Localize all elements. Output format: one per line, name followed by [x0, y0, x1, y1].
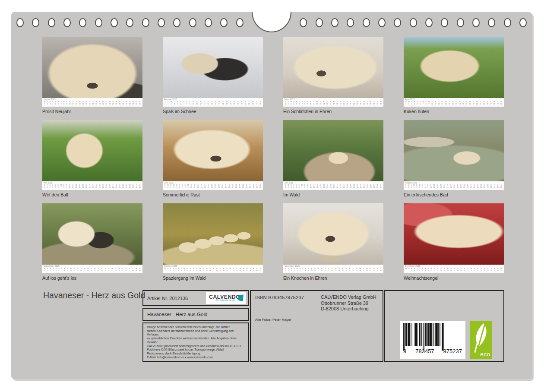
mini-calendar-day: M10 — [430, 268, 432, 272]
mini-calendar-days: S1M2D3M4D5F6S7S8M9D10M11D12F13S14S15M16D… — [164, 184, 262, 188]
mini-calendar-day: D11 — [313, 101, 315, 105]
mini-calendar-day: S3 — [411, 184, 411, 188]
barcode-bar — [433, 323, 434, 346]
mini-calendar-day: M19 — [99, 184, 101, 188]
binding-hole — [205, 18, 212, 27]
mini-calendar-day: D30 — [256, 268, 258, 272]
mini-calendar-day: M8 — [64, 268, 65, 272]
mini-calendar-day: D9 — [187, 268, 188, 272]
mini-calendar-day: S20 — [464, 268, 465, 272]
barcode-bar — [419, 323, 420, 346]
mini-calendar-day: D31 — [380, 184, 382, 188]
mini-calendar-day: D9 — [427, 268, 429, 272]
mini-calendar-day: S6 — [299, 184, 300, 188]
mini-calendar-day: S29 — [373, 101, 375, 105]
mini-calendar-day: S4 — [173, 268, 174, 272]
mini-calendar-day: F4 — [293, 184, 294, 188]
binding-hole — [331, 18, 338, 27]
mini-calendar-day: F19 — [101, 268, 103, 272]
mini-calendar-day: S8 — [305, 268, 306, 272]
mini-calendar-day: F28 — [259, 101, 261, 105]
mini-calendar-day: M20 — [463, 184, 465, 188]
month-caption: Ein Schläfchen in Ehren — [283, 109, 383, 114]
mini-calendar-day: S30 — [380, 268, 382, 272]
barcode-bar — [435, 323, 436, 346]
mini-calendar-day: D30 — [136, 101, 137, 105]
isbn-publisher-box: ISBN 9783457975237 Alle Fotos: Peter May… — [250, 290, 383, 362]
mini-calendar-day: S28 — [253, 184, 254, 188]
mini-calendar-day: M7 — [422, 101, 424, 105]
mini-calendar-day: S19 — [99, 101, 101, 105]
mini-calendar-strip: Juni 2025S1M2D3M4D5F6S7S8M9D10M11D12F13S… — [163, 181, 263, 190]
mini-calendar-day: F13 — [201, 184, 202, 188]
binding-hole — [173, 18, 180, 27]
mini-calendar-day: D4 — [294, 268, 295, 272]
mini-calendar-day: D22 — [109, 184, 111, 188]
mini-calendar-day: M1 — [164, 268, 166, 272]
mini-calendar-day: D1 — [285, 184, 286, 188]
mini-calendar-day: F15 — [447, 184, 449, 188]
binding-hole — [79, 18, 86, 27]
mini-calendar-day: S31 — [139, 184, 141, 188]
mini-calendar-day: S5 — [55, 101, 56, 105]
mini-calendar-day: S16 — [331, 268, 333, 272]
mini-calendar-day: S26 — [487, 101, 488, 105]
month-thumbnail: September 2025M1D2M3D4F5S6S7M8D9M10D11F1… — [42, 203, 142, 281]
mini-calendar-day: F5 — [417, 268, 417, 272]
binding-hole — [95, 18, 102, 27]
mini-calendar-day: S2 — [168, 101, 168, 105]
mini-calendar-day: M10 — [310, 101, 311, 105]
mini-calendar-day: S18 — [95, 101, 97, 105]
month-caption: Auf los geht's los — [42, 275, 142, 281]
mini-calendar-day: D13 — [321, 268, 323, 272]
mini-calendar-day: M3 — [290, 101, 291, 105]
mini-calendar-day: D16 — [209, 268, 211, 272]
mini-calendar-day: D25 — [480, 268, 482, 272]
mini-calendar-day: M13 — [199, 268, 201, 272]
mini-calendar-day: D2 — [47, 101, 48, 105]
barcode-bar — [413, 323, 413, 346]
barcode-bar — [426, 323, 427, 346]
mini-calendar-strip: Mai 2025D1F2S3S4M5D6M7D8F9S10S11M12D13M1… — [42, 181, 142, 190]
mini-calendar-day: S5 — [417, 101, 418, 105]
mini-calendar-days: M1D2F3S4S5M6D7M8D9F10S11S12M13D14M15D16F… — [164, 268, 262, 272]
mini-calendar-day: S8 — [185, 184, 186, 188]
mini-calendar-days: S1S2M3D4M5D6F7S8S9M10D11M12D13F14S15S16M… — [285, 268, 382, 272]
month-thumbnail: Februar 2025S1S2M3D4M5D6F7S8S9M10D11M12D… — [163, 37, 263, 114]
binding-hole — [32, 18, 39, 27]
mini-calendar-day: F25 — [360, 184, 361, 188]
mini-calendar-day: S15 — [208, 184, 209, 188]
month-photo — [42, 37, 142, 98]
mini-calendar-day: M29 — [132, 101, 134, 105]
mini-calendar-day: F30 — [136, 184, 137, 188]
barcode-bar — [412, 323, 412, 346]
mini-calendar-day: M15 — [447, 268, 449, 272]
mini-calendar-day: M5 — [297, 268, 298, 272]
mini-calendar-day: M13 — [79, 101, 81, 105]
mini-calendar-day: M30 — [376, 184, 378, 188]
calendar-title: Havaneser - Herz aus Gold — [43, 291, 147, 300]
mini-calendar-day: S19 — [462, 101, 464, 105]
month-thumbnail: November 2025S1S2M3D4M5D6F7S8S9M10D11M12… — [283, 203, 383, 281]
mini-calendar-day: M9 — [428, 101, 430, 105]
binding-hole — [236, 18, 244, 27]
binding-hole — [220, 18, 228, 27]
mini-calendar-day: D8 — [304, 184, 306, 188]
month-caption: Prosit Neujahr — [42, 109, 142, 114]
mini-calendar-day: S30 — [497, 184, 499, 188]
mini-calendar-day: D25 — [360, 101, 361, 105]
mini-calendar-day: S1 — [164, 101, 165, 105]
mini-calendar-strip: September 2025M1D2M3D4F5S6S7M8D9M10D11F1… — [42, 265, 142, 273]
mini-calendar-strip: Dezember 2025M1D2M3D4F5S6S7M8D9M10D11F12… — [404, 265, 504, 273]
month-thumbnail: Juni 2025S1M2D3M4D5F6S7S8M9D10M11D12F13S… — [163, 120, 263, 198]
mini-calendar-day: F7 — [302, 268, 303, 272]
mini-calendar-day: M2 — [288, 184, 289, 188]
barcode-bar — [424, 323, 424, 351]
mini-calendar-day: F4 — [414, 101, 415, 105]
mini-calendar-day: M17 — [333, 101, 335, 105]
mini-calendar-day: F26 — [484, 268, 485, 272]
mini-calendar-day: M10 — [311, 268, 313, 272]
month-thumbnail: April 2025D1M2D3F4S5S6M7D8M9D10F11S12S13… — [404, 37, 504, 114]
mini-calendar-day: M10 — [70, 268, 72, 272]
barcode-bar — [430, 323, 431, 346]
